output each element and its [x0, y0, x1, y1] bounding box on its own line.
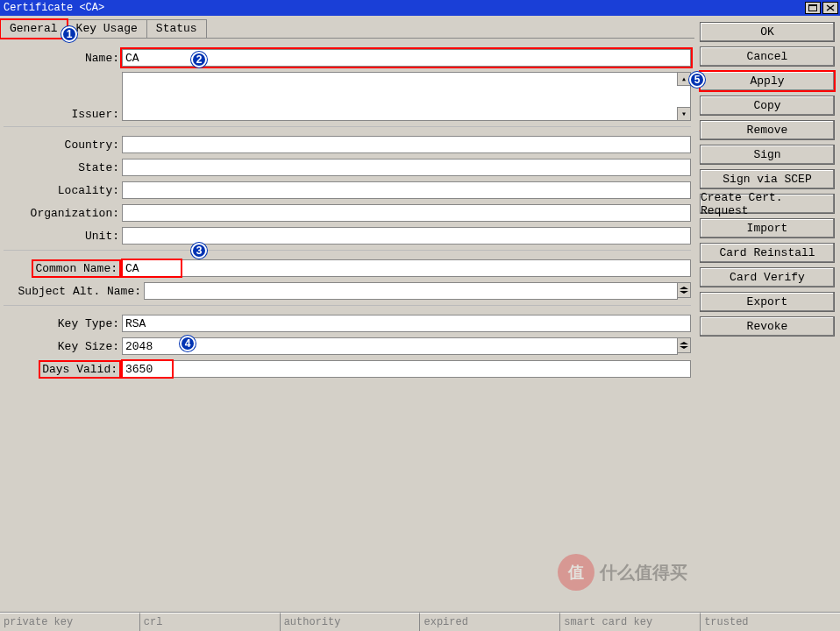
organization-input[interactable] [122, 204, 691, 222]
key-size-label: Key Size: [4, 340, 122, 353]
days-valid-label: Days Valid: [42, 363, 117, 376]
common-name-label: Common Name: [35, 262, 117, 275]
create-cert-request-button[interactable]: Create Cert. Request [700, 194, 835, 214]
svg-marker-6 [680, 342, 688, 344]
locality-label: Locality: [4, 184, 122, 197]
key-type-input[interactable] [122, 315, 691, 332]
ok-button[interactable]: OK [700, 22, 835, 42]
remove-button[interactable]: Remove [700, 120, 835, 140]
tab-bar: General Key Usage Status [0, 19, 694, 39]
annotation-badge-5: 5 [689, 72, 705, 88]
scroll-down-icon[interactable]: ▾ [677, 107, 691, 121]
svg-marker-5 [680, 291, 688, 294]
tab-status[interactable]: Status [146, 19, 207, 38]
locality-input[interactable] [122, 181, 691, 199]
key-type-label: Key Type: [4, 317, 122, 330]
svg-marker-4 [680, 287, 688, 289]
status-private-key: private key [0, 613, 140, 631]
button-panel: OK Cancel Apply 5 Copy Remove Sign Sign … [694, 16, 840, 612]
name-label: Name: [4, 52, 122, 65]
organization-label: Organization: [4, 207, 122, 220]
window-title: Certificate <CA> [2, 2, 803, 14]
card-reinstall-button[interactable]: Card Reinstall [700, 243, 835, 263]
unit-input[interactable] [122, 227, 691, 245]
common-name-input[interactable] [122, 259, 691, 277]
days-valid-input[interactable] [122, 360, 691, 378]
sign-button[interactable]: Sign [700, 145, 835, 165]
key-size-dropdown-icon[interactable] [677, 337, 691, 353]
status-bar: private key crl authority expired smart … [0, 612, 840, 631]
svg-marker-7 [680, 346, 688, 349]
status-crl: crl [140, 613, 281, 631]
annotation-badge-2: 2 [191, 52, 207, 67]
export-button[interactable]: Export [700, 292, 835, 312]
separator [4, 250, 691, 251]
state-label: State: [4, 161, 122, 174]
state-input[interactable] [122, 159, 691, 176]
title-bar: Certificate <CA> [0, 0, 840, 16]
unit-label: Unit: [4, 230, 122, 243]
import-button[interactable]: Import [700, 218, 835, 238]
cancel-button[interactable]: Cancel [700, 46, 835, 67]
annotation-badge-3: 3 [191, 243, 207, 259]
issuer-label: Issuer: [4, 108, 122, 121]
card-verify-button[interactable]: Card Verify [700, 267, 835, 287]
issuer-textarea[interactable] [122, 72, 691, 121]
sign-via-scep-button[interactable]: Sign via SCEP [700, 169, 835, 189]
separator [4, 126, 691, 127]
annotation-badge-1: 1 [61, 26, 77, 42]
close-button[interactable] [822, 2, 838, 14]
copy-button[interactable]: Copy [700, 96, 835, 116]
san-label: Subject Alt. Name: [4, 285, 144, 298]
maximize-button[interactable] [805, 2, 821, 14]
separator [4, 305, 691, 306]
san-dropdown-icon[interactable] [677, 282, 691, 298]
country-label: Country: [4, 138, 122, 152]
apply-button[interactable]: Apply [700, 71, 835, 91]
status-authority: authority [281, 613, 421, 631]
tab-general[interactable]: General [0, 19, 68, 39]
status-expired: expired [420, 613, 560, 631]
annotation-badge-4: 4 [180, 336, 196, 351]
key-size-input[interactable] [122, 337, 678, 355]
status-trusted: trusted [701, 613, 840, 631]
name-input[interactable] [122, 49, 691, 67]
status-smart-card-key: smart card key [560, 613, 701, 631]
revoke-button[interactable]: Revoke [700, 316, 835, 337]
san-input[interactable] [144, 282, 678, 300]
tab-key-usage[interactable]: Key Usage [67, 19, 147, 38]
general-panel: Name: 2 Issuer: ▴ ▾ Country: [0, 39, 694, 612]
country-input[interactable] [122, 136, 691, 153]
